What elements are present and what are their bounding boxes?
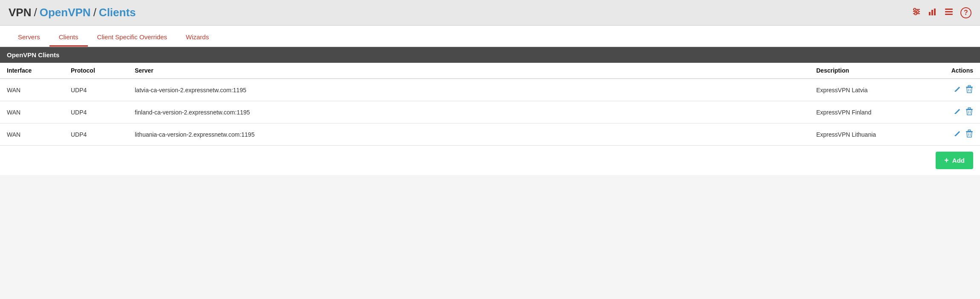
col-header-interface: Interface	[0, 63, 64, 79]
svg-rect-8	[934, 9, 936, 15]
svg-rect-11	[945, 14, 953, 15]
breadcrumb-sep2: /	[93, 6, 96, 19]
breadcrumb-sep1: /	[34, 6, 37, 19]
cell-server: lithuania-ca-version-2.expressnetw.com:1…	[128, 123, 809, 146]
edit-icon[interactable]	[954, 108, 961, 117]
clients-table: Interface Protocol Server Description Ac…	[0, 63, 980, 146]
svg-rect-17	[968, 108, 971, 109]
cell-description: ExpressVPN Latvia	[809, 79, 929, 101]
col-header-description: Description	[809, 63, 929, 79]
cell-protocol: UDP4	[64, 101, 128, 123]
cell-actions	[929, 123, 980, 146]
delete-icon[interactable]	[966, 85, 973, 95]
svg-rect-6	[929, 12, 931, 15]
add-label: Add	[952, 157, 965, 164]
breadcrumb-clients[interactable]: Clients	[99, 6, 136, 19]
tab-clients[interactable]: Clients	[49, 26, 88, 47]
page-header: VPN / OpenVPN / Clients	[0, 0, 980, 26]
main-content: OpenVPN Clients Interface Protocol Serve…	[0, 47, 980, 175]
breadcrumb-openvpn[interactable]: OpenVPN	[40, 6, 91, 19]
svg-rect-21	[968, 130, 971, 131]
svg-rect-7	[931, 10, 933, 15]
breadcrumb-vpn: VPN	[9, 6, 31, 19]
cell-protocol: UDP4	[64, 79, 128, 101]
table-row: WANUDP4finland-ca-version-2.expressnetw.…	[0, 101, 980, 123]
cell-interface: WAN	[0, 79, 64, 101]
cell-server: finland-ca-version-2.expressnetw.com:119…	[128, 101, 809, 123]
list-icon[interactable]	[944, 7, 954, 19]
sliders-icon[interactable]	[912, 7, 921, 18]
header-icons: ?	[912, 7, 971, 19]
delete-icon[interactable]	[966, 129, 973, 139]
svg-point-3	[914, 9, 916, 11]
cell-description: ExpressVPN Finland	[809, 101, 929, 123]
edit-icon[interactable]	[954, 85, 961, 94]
table-section: OpenVPN Clients Interface Protocol Serve…	[0, 47, 980, 146]
add-button-container: + Add	[0, 146, 980, 175]
svg-point-5	[915, 13, 917, 15]
col-header-server: Server	[128, 63, 809, 79]
table-row: WANUDP4lithuania-ca-version-2.expressnet…	[0, 123, 980, 146]
table-row: WANUDP4latvia-ca-version-2.expressnetw.c…	[0, 79, 980, 101]
help-icon[interactable]: ?	[960, 7, 971, 18]
cell-actions	[929, 101, 980, 123]
breadcrumb: VPN / OpenVPN / Clients	[9, 6, 136, 19]
tab-client-specific-overrides[interactable]: Client Specific Overrides	[88, 26, 177, 47]
svg-rect-9	[945, 9, 953, 10]
delete-icon[interactable]	[966, 107, 973, 117]
tab-servers[interactable]: Servers	[9, 26, 49, 47]
svg-rect-13	[968, 85, 971, 87]
cell-interface: WAN	[0, 123, 64, 146]
tab-wizards[interactable]: Wizards	[177, 26, 218, 47]
cell-protocol: UDP4	[64, 123, 128, 146]
chart-icon[interactable]	[928, 7, 937, 19]
add-button[interactable]: + Add	[936, 152, 973, 169]
add-icon: +	[944, 156, 949, 165]
svg-rect-10	[945, 11, 953, 12]
cell-actions	[929, 79, 980, 101]
col-header-protocol: Protocol	[64, 63, 128, 79]
cell-interface: WAN	[0, 101, 64, 123]
cell-description: ExpressVPN Lithuania	[809, 123, 929, 146]
svg-point-4	[917, 11, 919, 13]
edit-icon[interactable]	[954, 130, 961, 139]
cell-server: latvia-ca-version-2.expressnetw.com:1195	[128, 79, 809, 101]
col-header-actions: Actions	[929, 63, 980, 79]
nav-tabs: Servers Clients Client Specific Override…	[0, 26, 980, 47]
table-header-row: Interface Protocol Server Description Ac…	[0, 63, 980, 79]
table-section-title: OpenVPN Clients	[0, 47, 980, 63]
